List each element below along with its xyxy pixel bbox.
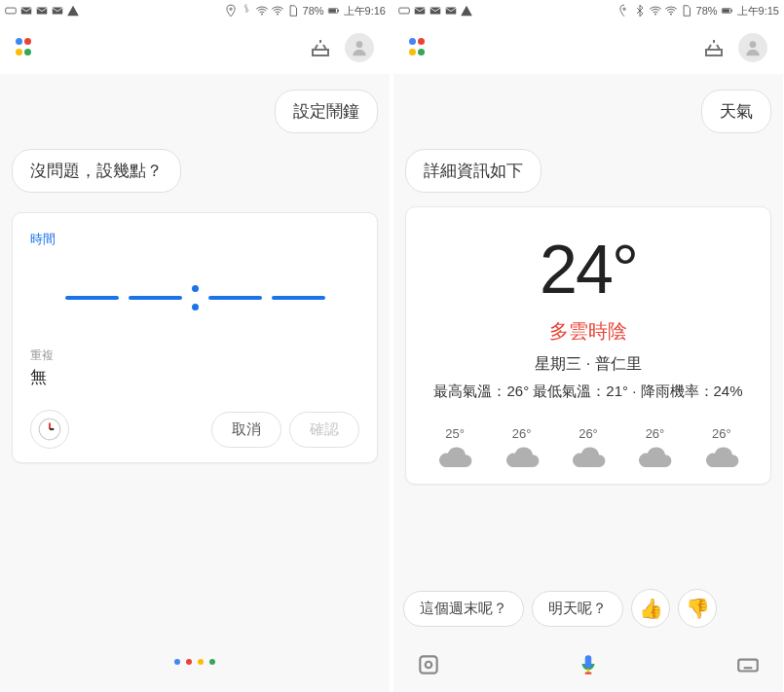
assistant-logo-icon	[16, 38, 35, 57]
mail-icon	[429, 4, 442, 18]
chip-thumbs-up[interactable]: 👍	[631, 589, 670, 628]
wifi-icon	[649, 4, 662, 18]
assistant-logo-icon	[409, 38, 429, 57]
repeat-value[interactable]: 無	[30, 366, 359, 388]
forecast-day: 26°	[625, 426, 684, 476]
svg-rect-9	[337, 10, 338, 12]
svg-rect-2	[37, 8, 48, 15]
cloud-icon	[636, 447, 673, 476]
svg-rect-22	[722, 9, 728, 13]
status-bar: 78% 上午9:16	[0, 0, 390, 21]
forecast-day: 26°	[492, 426, 550, 476]
location-icon	[617, 4, 631, 18]
conversation-area: 天氣 詳細資訊如下 24° 多雲時陰 星期三 · 普仁里 最高氣溫：26° 最低…	[393, 74, 783, 579]
warning-icon	[66, 4, 80, 18]
forecast-day: 26°	[559, 426, 617, 476]
minute-slot-1[interactable]	[208, 296, 262, 300]
svg-rect-15	[415, 8, 426, 15]
mail-icon	[413, 4, 427, 18]
svg-point-24	[750, 41, 757, 48]
weather-day-location: 星期三 · 普仁里	[422, 354, 755, 375]
forecast-day: 25°	[426, 426, 484, 476]
svg-rect-3	[53, 8, 63, 15]
cloud-icon	[703, 447, 740, 476]
bluetooth-icon	[240, 4, 253, 18]
input-bar	[393, 637, 783, 692]
weather-card[interactable]: 24° 多雲時陰 星期三 · 普仁里 最高氣溫：26° 最低氣溫：21° · 降…	[405, 206, 771, 485]
location-icon	[224, 4, 238, 18]
svg-rect-16	[430, 8, 441, 15]
battery-icon	[326, 4, 340, 18]
chip-weekend[interactable]: 這個週末呢？	[403, 591, 524, 627]
assistant-message: 沒問題，設幾點？	[12, 149, 181, 193]
svg-rect-17	[446, 8, 457, 15]
sim-icon	[680, 4, 693, 18]
weather-condition: 多雲時陰	[422, 318, 755, 345]
bluetooth-icon	[633, 4, 647, 18]
svg-point-10	[356, 41, 363, 48]
cloud-icon	[436, 447, 473, 476]
hour-slot-2[interactable]	[129, 296, 182, 300]
mail-icon	[51, 4, 64, 18]
cloud-icon	[570, 447, 607, 476]
hour-slot-1[interactable]	[65, 296, 119, 300]
assistant-header	[393, 21, 783, 74]
assistant-listening-dots-icon[interactable]	[12, 639, 378, 684]
svg-point-18	[622, 8, 624, 10]
chip-thumbs-down[interactable]: 👎	[678, 589, 717, 628]
forecast-temp: 26°	[646, 426, 665, 441]
account-avatar-icon[interactable]	[345, 33, 374, 62]
explore-icon[interactable]	[306, 33, 335, 62]
battery-percent: 78%	[303, 5, 324, 17]
svg-point-6	[277, 14, 279, 16]
time-picker[interactable]	[30, 264, 359, 332]
forecast-day: 26°	[692, 426, 751, 476]
sim-icon	[286, 4, 300, 18]
weather-range: 最高氣溫：26° 最低氣溫：21° · 降雨機率：24%	[422, 381, 755, 403]
suggestion-chips-row: 這個週末呢？ 明天呢？ 👍 👎	[393, 579, 783, 637]
mail-icon	[35, 4, 49, 18]
forecast-temp: 25°	[445, 426, 465, 441]
wifi-icon	[271, 4, 284, 18]
svg-rect-0	[6, 8, 17, 14]
battery-icon	[720, 4, 733, 18]
phone-right: 78% 上午9:15 天氣 詳細資訊如下 24° 多雲時陰 星期三 · 普仁里 …	[393, 0, 783, 692]
user-message: 設定鬧鐘	[275, 90, 378, 133]
svg-rect-23	[730, 10, 731, 12]
svg-rect-1	[21, 8, 32, 15]
confirm-button: 確認	[289, 412, 359, 448]
cloud-icon	[504, 447, 541, 476]
svg-point-4	[229, 8, 231, 10]
weather-forecast-row: 25° 26° 26° 26° 26°	[422, 426, 755, 476]
wifi-icon	[255, 4, 269, 18]
assistant-message: 詳細資訊如下	[405, 149, 541, 193]
ime-icon	[4, 4, 18, 18]
account-avatar-icon[interactable]	[738, 33, 767, 62]
minute-slot-2[interactable]	[272, 296, 325, 300]
svg-rect-8	[328, 9, 335, 13]
svg-point-26	[426, 662, 432, 669]
alarm-card: 時間 重複 無 取消 確認	[12, 212, 378, 463]
explore-icon[interactable]	[699, 33, 728, 62]
forecast-temp: 26°	[712, 426, 731, 441]
cancel-button[interactable]: 取消	[211, 412, 281, 448]
conversation-area: 設定鬧鐘 沒問題，設幾點？ 時間 重複 無 取消 確認	[0, 74, 390, 692]
ime-icon	[397, 4, 411, 18]
keyboard-icon[interactable]	[734, 651, 762, 678]
lens-icon[interactable]	[415, 651, 442, 678]
svg-rect-29	[738, 660, 758, 672]
clock-icon[interactable]	[30, 410, 69, 449]
forecast-temp: 26°	[579, 426, 598, 441]
time-label: 時間	[30, 231, 359, 248]
status-time: 上午9:16	[344, 4, 386, 18]
warning-icon	[460, 4, 473, 18]
mail-icon	[19, 4, 33, 18]
microphone-icon[interactable]	[575, 651, 602, 678]
assistant-header	[0, 21, 390, 74]
repeat-label: 重複	[30, 347, 359, 364]
forecast-temp: 26°	[512, 426, 532, 441]
time-colon	[192, 285, 199, 310]
mail-icon	[444, 4, 458, 18]
svg-rect-25	[420, 656, 436, 673]
chip-tomorrow[interactable]: 明天呢？	[532, 591, 623, 627]
